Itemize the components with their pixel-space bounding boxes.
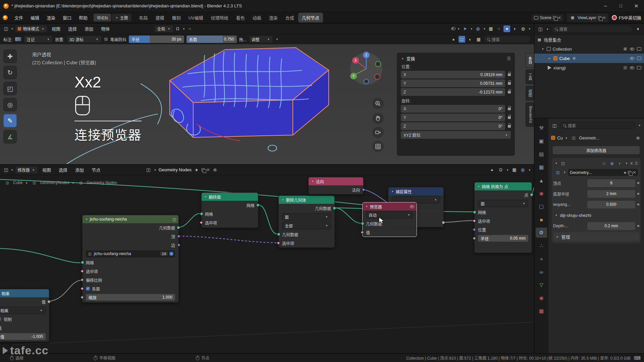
unlink-node-tree-icon[interactable]: ✕ bbox=[206, 167, 210, 172]
gizmos-toggle-icon[interactable]: ➤ bbox=[462, 25, 468, 32]
scene-selector[interactable]: Scene ✕ bbox=[532, 14, 564, 21]
preview-toggle-icon[interactable]: ◍ bbox=[519, 167, 526, 173]
viewport-menu-select[interactable]: 选择 bbox=[65, 24, 80, 33]
shading-solid-icon[interactable]: ● bbox=[503, 25, 510, 32]
factor-slider[interactable]: 系数 0.750 bbox=[186, 36, 237, 43]
inner-group-name-field[interactable]: ◫ jichu-suofang-neicha 14 ✓ bbox=[86, 250, 175, 257]
expand-icon[interactable]: ▾ bbox=[542, 47, 544, 51]
eye-icon[interactable] bbox=[410, 205, 414, 208]
hide-eye-icon[interactable] bbox=[630, 57, 634, 60]
properties-editor[interactable]: ⚒ ▣ ▤ ▦ ▲ ◉ ▢ ■ ⚙ ∴ ≈ ∞ ▽ ◉ ▩ ◫ 搜索 ▾ Cu … bbox=[534, 118, 644, 353]
node-mesh-to-points[interactable]: ▾网格 转换为 点 点 面▾ 网格 选中项 位置 半径0.05 mm bbox=[474, 182, 532, 253]
node-group-jichu-suofang-neicha[interactable]: ▾ jichu-suofang-neicha ◫ 几何数据 顶 边 ◫ jich… bbox=[82, 215, 179, 303]
transform-orientation-dropdown[interactable]: 全局 ▾ bbox=[154, 25, 173, 33]
delete-modifier-icon[interactable]: ✕ bbox=[630, 161, 633, 166]
caret-down-icon[interactable]: ▾ bbox=[366, 205, 368, 208]
domain-dropdown[interactable]: 面▾ bbox=[282, 213, 331, 221]
node-delete-geometry[interactable]: ▾删除几何体 几何数据 面▾ 全部▾ 几何数据 选中项 bbox=[278, 195, 335, 248]
tab-scene[interactable]: ▲ bbox=[536, 175, 547, 185]
sidebar-tab-view[interactable]: 视图 bbox=[526, 86, 534, 101]
tab-sculpting[interactable]: 雕刻 bbox=[168, 13, 184, 22]
exclude-checkbox[interactable]: ✓ bbox=[623, 47, 627, 51]
rotation-z-field[interactable]: Z0° bbox=[401, 122, 505, 130]
language-toggle-button[interactable]: 中/EN bbox=[94, 14, 111, 21]
pin-icon[interactable]: ⊚ bbox=[212, 167, 218, 173]
transform-panel-title[interactable]: 变换 bbox=[407, 55, 415, 62]
fake-user-checkbox[interactable]: ✓ bbox=[169, 252, 173, 256]
socket-points-out[interactable] bbox=[530, 193, 533, 196]
navigation-gizmo[interactable]: Z X Y bbox=[348, 49, 385, 86]
outliner-row-scene-collection[interactable]: ▦ 场景集合 bbox=[534, 35, 644, 44]
viewport-menu-object[interactable]: 物体 bbox=[98, 24, 113, 33]
properties-search-field[interactable]: 搜索 bbox=[560, 122, 636, 129]
mode-dropdown[interactable]: 全部▾ bbox=[282, 222, 331, 229]
socket-mesh-in[interactable] bbox=[473, 210, 476, 214]
tab-constraints[interactable]: ∞ bbox=[536, 267, 547, 277]
select-checkbox[interactable] bbox=[623, 66, 627, 70]
socket-geometry-out[interactable] bbox=[177, 226, 180, 229]
menu-file[interactable]: 文件 bbox=[11, 13, 26, 22]
menu-help[interactable]: 帮助 bbox=[75, 13, 91, 22]
new-scene-icon[interactable] bbox=[553, 16, 556, 19]
visibility-icon[interactable] bbox=[451, 27, 455, 30]
lock-icon[interactable] bbox=[508, 82, 511, 85]
node-normal[interactable]: ▾法向 法向 bbox=[308, 177, 364, 194]
node-group-name-field[interactable]: Geometry... ◈ ✕ bbox=[568, 169, 638, 176]
material-preview-icon[interactable]: ● bbox=[450, 36, 457, 43]
mode-dropdown[interactable]: 物体模式 ▾ bbox=[15, 25, 48, 33]
shading-wireframe-icon[interactable]: ○ bbox=[495, 25, 502, 32]
toggle-grid-button[interactable] bbox=[372, 141, 384, 152]
lock-icon[interactable] bbox=[508, 108, 511, 110]
clamp-checkbox[interactable] bbox=[0, 317, 2, 321]
remove-layer-icon[interactable]: ✕ bbox=[603, 15, 606, 20]
geometry-nodes-editor[interactable]: ◫ ▾ 修改器 ▾ 视图 选择 添加 节点 ◫ ▾ Geometry Nodes… bbox=[0, 164, 534, 353]
rotation-y-field[interactable]: Y0° bbox=[401, 114, 505, 121]
outliner[interactable]: ◫ ▾ 搜索 ▾ ▦ 场景集合 ▾ Collection ✓ ▸ Cube ⚙ … bbox=[534, 23, 644, 118]
adjust-dropdown[interactable]: 调整 ▾ bbox=[249, 36, 273, 43]
tab-texture-paint[interactable]: 纹理喷绘 bbox=[207, 13, 232, 22]
filter-icon[interactable]: ▾ bbox=[635, 26, 641, 33]
tab-collection[interactable]: ▢ bbox=[536, 201, 547, 212]
rotation-x-field[interactable]: X0° bbox=[401, 105, 505, 113]
checker-option-icon[interactable]: ▦ bbox=[475, 36, 482, 43]
render-toggle-icon[interactable]: ◐ bbox=[617, 160, 624, 167]
tab-particles[interactable]: ∴ bbox=[536, 241, 547, 251]
disable-render-icon[interactable] bbox=[637, 57, 641, 60]
copy-icon[interactable] bbox=[628, 171, 631, 174]
caret-down-icon[interactable]: ▾ bbox=[86, 218, 88, 221]
annotation-color-swatch[interactable] bbox=[15, 37, 21, 42]
bottom-radius-field[interactable]: 2 mm bbox=[587, 190, 635, 198]
wuyang-field[interactable]: 0.500 bbox=[587, 201, 635, 208]
proportional-editing-icon[interactable]: ○ bbox=[186, 25, 193, 32]
expand-icon[interactable]: ▸ bbox=[549, 57, 550, 60]
lock-icon[interactable] bbox=[508, 125, 511, 128]
tab-texture[interactable]: ▩ bbox=[536, 306, 547, 316]
disable-render-icon[interactable] bbox=[637, 47, 641, 51]
viewer-domain-dropdown[interactable]: 自动▾ bbox=[366, 211, 413, 219]
outliner-row-cube[interactable]: ▸ Cube ⚙ bbox=[534, 54, 644, 63]
tab-shading[interactable]: 着色 bbox=[232, 13, 249, 22]
value-slider[interactable]: 值-1.000 bbox=[0, 333, 46, 340]
caret-down-icon[interactable]: ▾ bbox=[282, 198, 284, 201]
radius-slider[interactable]: 半径 35 px bbox=[129, 36, 184, 43]
tab-material[interactable]: ◉ bbox=[536, 293, 547, 303]
caret-down-icon[interactable]: ▾ bbox=[205, 195, 207, 198]
animate-dot-icon[interactable] bbox=[637, 182, 639, 184]
tab-layout[interactable]: 布局 bbox=[136, 13, 152, 22]
tab-view-layer[interactable]: ▦ bbox=[536, 162, 547, 172]
mode-dropdown[interactable]: 面▾ bbox=[478, 200, 528, 207]
unlink-scene-icon[interactable]: ✕ bbox=[558, 15, 561, 20]
tab-modeling[interactable]: 建模 bbox=[152, 13, 168, 22]
editor-type-icon[interactable]: ◫ bbox=[537, 26, 544, 33]
pin-icon[interactable]: ⊚ bbox=[635, 134, 641, 141]
outliner-row-camera[interactable]: xiangji bbox=[534, 63, 644, 72]
caret-down-icon[interactable]: ▾ bbox=[478, 185, 480, 188]
tab-physics[interactable]: ≈ bbox=[536, 254, 547, 264]
annotate-tool-button[interactable]: ✎ bbox=[3, 114, 17, 127]
radius-slider[interactable]: 半径0.05 mm bbox=[478, 235, 528, 242]
tab-geometry-nodes[interactable]: 几何节点 bbox=[298, 13, 323, 22]
node-menu-view[interactable]: 视图 bbox=[39, 165, 54, 174]
close-button[interactable]: ✕ bbox=[629, 0, 644, 12]
socket-attribute-out[interactable] bbox=[442, 221, 445, 224]
animate-dot-icon[interactable] bbox=[637, 225, 639, 227]
